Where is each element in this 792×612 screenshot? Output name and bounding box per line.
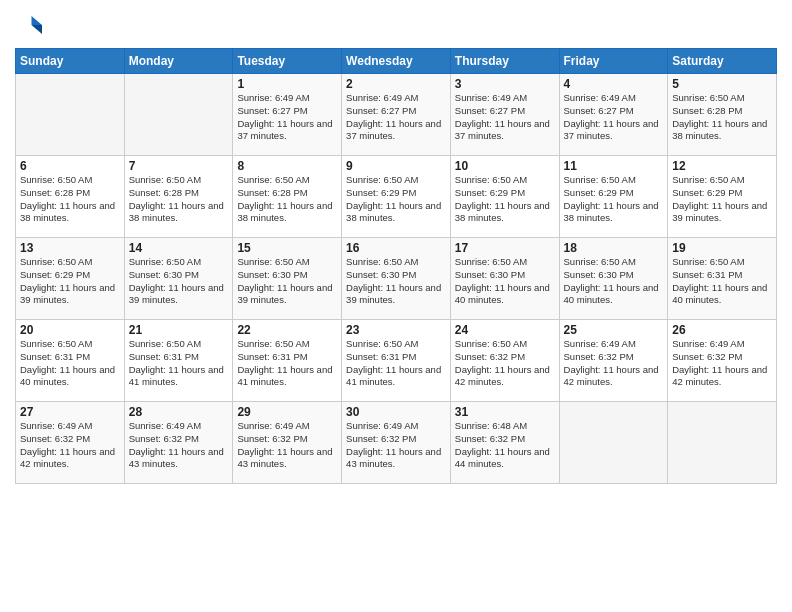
day-info: Sunrise: 6:49 AM Sunset: 6:27 PM Dayligh… xyxy=(455,92,555,143)
day-info: Sunrise: 6:49 AM Sunset: 6:27 PM Dayligh… xyxy=(346,92,446,143)
logo-icon xyxy=(15,10,45,40)
day-info: Sunrise: 6:50 AM Sunset: 6:28 PM Dayligh… xyxy=(129,174,229,225)
calendar-cell: 30Sunrise: 6:49 AM Sunset: 6:32 PM Dayli… xyxy=(342,402,451,484)
calendar-cell xyxy=(559,402,668,484)
day-info: Sunrise: 6:49 AM Sunset: 6:32 PM Dayligh… xyxy=(346,420,446,471)
page: SundayMondayTuesdayWednesdayThursdayFrid… xyxy=(0,0,792,612)
day-number: 19 xyxy=(672,241,772,255)
calendar-cell: 6Sunrise: 6:50 AM Sunset: 6:28 PM Daylig… xyxy=(16,156,125,238)
day-number: 10 xyxy=(455,159,555,173)
calendar-cell: 29Sunrise: 6:49 AM Sunset: 6:32 PM Dayli… xyxy=(233,402,342,484)
header-monday: Monday xyxy=(124,49,233,74)
calendar-cell: 5Sunrise: 6:50 AM Sunset: 6:28 PM Daylig… xyxy=(668,74,777,156)
day-number: 7 xyxy=(129,159,229,173)
calendar-cell: 14Sunrise: 6:50 AM Sunset: 6:30 PM Dayli… xyxy=(124,238,233,320)
logo xyxy=(15,10,49,40)
day-info: Sunrise: 6:50 AM Sunset: 6:32 PM Dayligh… xyxy=(455,338,555,389)
header-sunday: Sunday xyxy=(16,49,125,74)
calendar-cell: 15Sunrise: 6:50 AM Sunset: 6:30 PM Dayli… xyxy=(233,238,342,320)
header-tuesday: Tuesday xyxy=(233,49,342,74)
day-number: 2 xyxy=(346,77,446,91)
day-number: 22 xyxy=(237,323,337,337)
calendar-cell: 12Sunrise: 6:50 AM Sunset: 6:29 PM Dayli… xyxy=(668,156,777,238)
day-number: 29 xyxy=(237,405,337,419)
calendar-cell: 7Sunrise: 6:50 AM Sunset: 6:28 PM Daylig… xyxy=(124,156,233,238)
svg-marker-0 xyxy=(32,16,43,25)
calendar-cell: 28Sunrise: 6:49 AM Sunset: 6:32 PM Dayli… xyxy=(124,402,233,484)
day-number: 3 xyxy=(455,77,555,91)
calendar-cell: 27Sunrise: 6:49 AM Sunset: 6:32 PM Dayli… xyxy=(16,402,125,484)
day-number: 17 xyxy=(455,241,555,255)
day-number: 12 xyxy=(672,159,772,173)
day-number: 1 xyxy=(237,77,337,91)
calendar-cell: 3Sunrise: 6:49 AM Sunset: 6:27 PM Daylig… xyxy=(450,74,559,156)
calendar-cell: 26Sunrise: 6:49 AM Sunset: 6:32 PM Dayli… xyxy=(668,320,777,402)
day-number: 26 xyxy=(672,323,772,337)
day-info: Sunrise: 6:50 AM Sunset: 6:30 PM Dayligh… xyxy=(455,256,555,307)
day-info: Sunrise: 6:50 AM Sunset: 6:29 PM Dayligh… xyxy=(20,256,120,307)
calendar-cell: 9Sunrise: 6:50 AM Sunset: 6:29 PM Daylig… xyxy=(342,156,451,238)
day-number: 15 xyxy=(237,241,337,255)
calendar-cell: 22Sunrise: 6:50 AM Sunset: 6:31 PM Dayli… xyxy=(233,320,342,402)
day-number: 31 xyxy=(455,405,555,419)
calendar-cell: 4Sunrise: 6:49 AM Sunset: 6:27 PM Daylig… xyxy=(559,74,668,156)
day-number: 4 xyxy=(564,77,664,91)
header xyxy=(15,10,777,40)
day-number: 23 xyxy=(346,323,446,337)
day-info: Sunrise: 6:49 AM Sunset: 6:32 PM Dayligh… xyxy=(672,338,772,389)
day-number: 9 xyxy=(346,159,446,173)
day-number: 13 xyxy=(20,241,120,255)
calendar-cell: 8Sunrise: 6:50 AM Sunset: 6:28 PM Daylig… xyxy=(233,156,342,238)
calendar-cell: 13Sunrise: 6:50 AM Sunset: 6:29 PM Dayli… xyxy=(16,238,125,320)
day-info: Sunrise: 6:50 AM Sunset: 6:29 PM Dayligh… xyxy=(564,174,664,225)
calendar-cell xyxy=(668,402,777,484)
calendar-cell: 11Sunrise: 6:50 AM Sunset: 6:29 PM Dayli… xyxy=(559,156,668,238)
day-info: Sunrise: 6:50 AM Sunset: 6:30 PM Dayligh… xyxy=(564,256,664,307)
svg-marker-1 xyxy=(32,25,43,34)
day-number: 28 xyxy=(129,405,229,419)
calendar-cell xyxy=(124,74,233,156)
day-number: 30 xyxy=(346,405,446,419)
day-number: 18 xyxy=(564,241,664,255)
header-friday: Friday xyxy=(559,49,668,74)
day-number: 25 xyxy=(564,323,664,337)
calendar-week-2: 6Sunrise: 6:50 AM Sunset: 6:28 PM Daylig… xyxy=(16,156,777,238)
calendar-week-4: 20Sunrise: 6:50 AM Sunset: 6:31 PM Dayli… xyxy=(16,320,777,402)
day-number: 6 xyxy=(20,159,120,173)
day-number: 21 xyxy=(129,323,229,337)
day-info: Sunrise: 6:50 AM Sunset: 6:28 PM Dayligh… xyxy=(20,174,120,225)
calendar-week-3: 13Sunrise: 6:50 AM Sunset: 6:29 PM Dayli… xyxy=(16,238,777,320)
header-wednesday: Wednesday xyxy=(342,49,451,74)
calendar-cell: 10Sunrise: 6:50 AM Sunset: 6:29 PM Dayli… xyxy=(450,156,559,238)
calendar-week-1: 1Sunrise: 6:49 AM Sunset: 6:27 PM Daylig… xyxy=(16,74,777,156)
day-number: 8 xyxy=(237,159,337,173)
calendar-cell: 16Sunrise: 6:50 AM Sunset: 6:30 PM Dayli… xyxy=(342,238,451,320)
day-info: Sunrise: 6:50 AM Sunset: 6:29 PM Dayligh… xyxy=(346,174,446,225)
day-info: Sunrise: 6:50 AM Sunset: 6:31 PM Dayligh… xyxy=(346,338,446,389)
day-info: Sunrise: 6:49 AM Sunset: 6:27 PM Dayligh… xyxy=(564,92,664,143)
calendar-cell: 31Sunrise: 6:48 AM Sunset: 6:32 PM Dayli… xyxy=(450,402,559,484)
day-info: Sunrise: 6:50 AM Sunset: 6:29 PM Dayligh… xyxy=(672,174,772,225)
calendar-cell: 24Sunrise: 6:50 AM Sunset: 6:32 PM Dayli… xyxy=(450,320,559,402)
day-info: Sunrise: 6:49 AM Sunset: 6:32 PM Dayligh… xyxy=(129,420,229,471)
day-number: 5 xyxy=(672,77,772,91)
calendar-cell: 19Sunrise: 6:50 AM Sunset: 6:31 PM Dayli… xyxy=(668,238,777,320)
calendar-cell: 2Sunrise: 6:49 AM Sunset: 6:27 PM Daylig… xyxy=(342,74,451,156)
header-thursday: Thursday xyxy=(450,49,559,74)
calendar-cell xyxy=(16,74,125,156)
day-info: Sunrise: 6:49 AM Sunset: 6:32 PM Dayligh… xyxy=(564,338,664,389)
calendar-cell: 23Sunrise: 6:50 AM Sunset: 6:31 PM Dayli… xyxy=(342,320,451,402)
header-saturday: Saturday xyxy=(668,49,777,74)
day-number: 14 xyxy=(129,241,229,255)
day-info: Sunrise: 6:50 AM Sunset: 6:29 PM Dayligh… xyxy=(455,174,555,225)
day-info: Sunrise: 6:48 AM Sunset: 6:32 PM Dayligh… xyxy=(455,420,555,471)
day-number: 20 xyxy=(20,323,120,337)
day-info: Sunrise: 6:50 AM Sunset: 6:30 PM Dayligh… xyxy=(237,256,337,307)
day-number: 24 xyxy=(455,323,555,337)
calendar-cell: 20Sunrise: 6:50 AM Sunset: 6:31 PM Dayli… xyxy=(16,320,125,402)
calendar-cell: 21Sunrise: 6:50 AM Sunset: 6:31 PM Dayli… xyxy=(124,320,233,402)
calendar-header-row: SundayMondayTuesdayWednesdayThursdayFrid… xyxy=(16,49,777,74)
calendar-cell: 1Sunrise: 6:49 AM Sunset: 6:27 PM Daylig… xyxy=(233,74,342,156)
day-info: Sunrise: 6:50 AM Sunset: 6:31 PM Dayligh… xyxy=(672,256,772,307)
calendar-cell: 25Sunrise: 6:49 AM Sunset: 6:32 PM Dayli… xyxy=(559,320,668,402)
